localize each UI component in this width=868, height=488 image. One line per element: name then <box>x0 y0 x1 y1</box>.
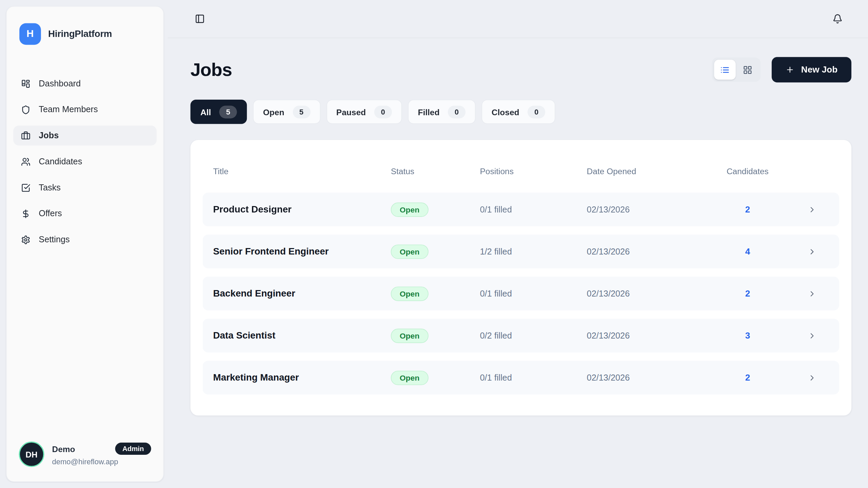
avatar: DH <box>19 442 44 467</box>
sidebar-toggle-button[interactable] <box>195 14 205 24</box>
list-icon <box>720 65 730 75</box>
sidebar-item-label: Candidates <box>39 157 82 166</box>
filter-tab-count: 0 <box>528 105 545 118</box>
row-open-button[interactable] <box>773 331 829 340</box>
filter-tab-count: 5 <box>219 105 237 118</box>
table-row[interactable]: Senior Frontend Engineer Open 1/2 filled… <box>203 235 840 268</box>
filter-tab-count: 5 <box>293 105 310 118</box>
positions-cell: 0/1 filled <box>480 288 587 298</box>
sidebar-item-label: Team Members <box>39 105 98 115</box>
row-open-button[interactable] <box>773 373 829 382</box>
positions-cell: 0/2 filled <box>480 331 587 341</box>
sidebar-item-label: Jobs <box>39 130 59 140</box>
status-filter-tabs: All 5 Open 5 Paused 0 Filled 0 Closed <box>191 100 851 124</box>
sidebar-nav: Dashboard Team Members Jobs Candidates T… <box>7 45 163 249</box>
grid-icon <box>743 65 752 75</box>
sidebar-item-dashboard[interactable]: Dashboard <box>13 74 157 94</box>
dollar-sign-icon <box>21 209 31 218</box>
candidates-count[interactable]: 3 <box>722 331 773 341</box>
sidebar-item-settings[interactable]: Settings <box>13 230 157 250</box>
chevron-right-icon <box>808 289 816 298</box>
table-row[interactable]: Backend Engineer Open 0/1 filled 02/13/2… <box>203 277 840 310</box>
topbar <box>168 0 868 38</box>
sidebar-item-tasks[interactable]: Tasks <box>13 178 157 198</box>
user-email: demo@hireflow.app <box>52 458 151 466</box>
job-title: Senior Frontend Engineer <box>213 246 391 257</box>
briefcase-icon <box>21 131 31 140</box>
candidates-count[interactable]: 2 <box>722 373 773 383</box>
panel-left-icon <box>195 14 205 24</box>
chevron-right-icon <box>808 247 816 256</box>
new-job-button[interactable]: New Job <box>772 57 851 82</box>
sidebar-item-label: Dashboard <box>39 79 81 88</box>
sidebar-item-label: Tasks <box>39 183 61 192</box>
table-row[interactable]: Data Scientist Open 0/2 filled 02/13/202… <box>203 319 840 352</box>
column-header-candidates: Candidates <box>722 166 773 176</box>
positions-cell: 0/1 filled <box>480 204 587 214</box>
status-badge: Open <box>391 202 429 217</box>
avatar-initials: DH <box>25 450 37 459</box>
row-open-button[interactable] <box>773 205 829 214</box>
filter-tab-label: Open <box>263 107 284 117</box>
page-title: Jobs <box>191 59 232 80</box>
row-open-button[interactable] <box>773 289 829 298</box>
brand-name: HiringPlatform <box>48 28 112 40</box>
table-header-row: Title Status Positions Date Opened Candi… <box>203 152 840 176</box>
jobs-table: Title Status Positions Date Opened Candi… <box>191 140 851 415</box>
filter-tab-label: Closed <box>492 107 519 117</box>
user-name: Demo <box>52 444 75 453</box>
candidates-count[interactable]: 2 <box>722 288 773 298</box>
chevron-right-icon <box>808 373 816 382</box>
plus-icon <box>786 65 794 74</box>
date-opened-cell: 02/13/2026 <box>587 331 722 341</box>
date-opened-cell: 02/13/2026 <box>587 204 722 214</box>
sidebar-item-team-members[interactable]: Team Members <box>13 100 157 120</box>
job-title: Data Scientist <box>213 330 391 341</box>
chevron-right-icon <box>808 331 816 340</box>
grid-view-button[interactable] <box>737 60 758 80</box>
row-open-button[interactable] <box>773 247 829 256</box>
list-view-button[interactable] <box>714 60 736 80</box>
date-opened-cell: 02/13/2026 <box>587 373 722 383</box>
status-badge: Open <box>391 286 429 301</box>
bell-icon <box>833 14 843 24</box>
filter-tab-label: All <box>200 107 211 117</box>
check-square-icon <box>21 183 31 192</box>
job-title: Backend Engineer <box>213 288 391 299</box>
new-job-label: New Job <box>801 65 837 75</box>
role-badge: Admin <box>115 443 151 455</box>
status-badge: Open <box>391 244 429 259</box>
column-header-positions: Positions <box>480 166 587 176</box>
content: Jobs New Job <box>168 57 868 415</box>
app-root: H HiringPlatform Dashboard Team Members … <box>0 0 868 488</box>
gear-icon <box>21 235 31 244</box>
date-opened-cell: 02/13/2026 <box>587 288 722 298</box>
brand-logo: H <box>19 23 41 45</box>
filter-tab-count: 0 <box>448 105 466 118</box>
table-body: Product Designer Open 0/1 filled 02/13/2… <box>203 192 840 394</box>
shield-icon <box>21 105 31 114</box>
status-badge: Open <box>391 328 429 343</box>
candidates-count[interactable]: 4 <box>722 246 773 256</box>
sidebar-item-label: Settings <box>39 235 70 244</box>
positions-cell: 0/1 filled <box>480 373 587 383</box>
users-icon <box>21 157 31 166</box>
filter-tab-all[interactable]: All 5 <box>191 100 247 124</box>
column-header-status: Status <box>391 166 480 176</box>
filter-tab-label: Paused <box>336 107 366 117</box>
filter-tab-paused[interactable]: Paused 0 <box>326 100 402 124</box>
sidebar-item-label: Offers <box>39 209 62 219</box>
sidebar-item-candidates[interactable]: Candidates <box>13 151 157 171</box>
table-row[interactable]: Product Designer Open 0/1 filled 02/13/2… <box>203 192 840 226</box>
sidebar-item-jobs[interactable]: Jobs <box>13 126 157 146</box>
filter-tab-closed[interactable]: Closed 0 <box>481 100 555 124</box>
sidebar: H HiringPlatform Dashboard Team Members … <box>6 6 164 482</box>
table-row[interactable]: Marketing Manager Open 0/1 filled 02/13/… <box>203 361 840 394</box>
filter-tab-label: Filled <box>418 107 439 117</box>
candidates-count[interactable]: 2 <box>722 204 773 214</box>
user-menu[interactable]: DH Demo Admin demo@hireflow.app <box>7 430 163 481</box>
filter-tab-filled[interactable]: Filled 0 <box>408 100 475 124</box>
filter-tab-open[interactable]: Open 5 <box>253 100 320 124</box>
sidebar-item-offers[interactable]: Offers <box>13 204 157 224</box>
notifications-button[interactable] <box>833 14 843 24</box>
